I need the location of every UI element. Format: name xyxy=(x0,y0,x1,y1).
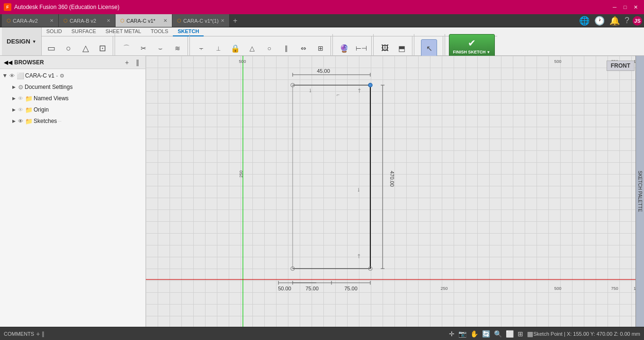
point-icon: ⊡ xyxy=(99,43,106,53)
tree-expand-icon[interactable]: ▶ xyxy=(10,107,17,112)
tree-expand-icon[interactable]: ▶ xyxy=(10,85,17,89)
display-mode-icon[interactable]: ⬜ xyxy=(506,330,514,338)
circle-tool[interactable]: ○ xyxy=(61,39,77,57)
triangle-tool[interactable]: △ xyxy=(78,39,94,57)
camera-icon[interactable]: 📷 xyxy=(458,330,466,338)
grid-icon[interactable]: ⊞ xyxy=(518,330,523,338)
insert-dxf-tool[interactable]: ⬒ xyxy=(394,39,410,57)
origin-folder-icon: 📁 xyxy=(25,106,33,113)
triangle-icon: △ xyxy=(82,43,89,53)
tree-item-origin[interactable]: ▶ 👁 📁 Origin xyxy=(0,104,145,115)
tab-close-btn[interactable]: ✕ xyxy=(163,18,167,23)
tree-expand-icon[interactable]: ▶ xyxy=(10,96,17,101)
arc-tool[interactable]: ⌒ xyxy=(118,39,134,57)
svg-point-7 xyxy=(368,83,372,87)
tree-item-document-settings[interactable]: ▶ ⚙ Document Settings xyxy=(0,81,145,93)
bell-icon[interactable]: 🔔 xyxy=(608,16,621,26)
pattern-tool[interactable]: ⊞ xyxy=(313,39,329,57)
tree-item-dot: • xyxy=(56,74,58,78)
tab-cara-av2[interactable]: ⬡ CARA-Av2 ✕ xyxy=(2,14,59,27)
equal-tool[interactable]: ○ xyxy=(261,39,277,57)
tree-collapse-icon[interactable]: ▶ xyxy=(3,72,8,79)
offset-tool[interactable]: ≋ xyxy=(170,39,186,57)
tree-item-label: Origin xyxy=(34,106,49,113)
visibility-icon[interactable]: 👁 xyxy=(9,73,15,78)
display-settings-icon[interactable]: ▦ xyxy=(527,330,533,338)
tab-tools[interactable]: TOOLS xyxy=(146,27,173,36)
design-dropdown[interactable]: DESIGN ▼ xyxy=(2,27,42,55)
measure-tool[interactable]: 🔮 xyxy=(336,39,352,57)
parallel-icon: ∥ xyxy=(285,44,288,52)
dimension-icon: ⊢⊣ xyxy=(356,44,367,52)
add-browser-item-btn[interactable]: + xyxy=(123,59,131,66)
tree-item-label: Document Settings xyxy=(25,84,72,90)
tree-item-sketches[interactable]: ▶ 👁 📁 Sketches ··· xyxy=(0,115,145,127)
visibility-icon[interactable]: 👁 xyxy=(18,96,23,101)
svg-text:75.00: 75.00 xyxy=(344,286,358,291)
gear-icon[interactable]: ⚙ xyxy=(60,73,64,79)
collapse-browser-btn[interactable]: ‖ xyxy=(133,59,142,66)
tree-item-named-views[interactable]: ▶ 👁 📁 Named Views xyxy=(0,93,145,104)
tree-item-root[interactable]: ▶ 👁 ⬜ CARA-C v1 • ⚙ xyxy=(0,70,145,81)
visibility-icon[interactable]: 👁 xyxy=(18,118,23,124)
zoom-icon[interactable]: 🔍 xyxy=(494,330,502,338)
tab-close-btn[interactable]: ✕ xyxy=(221,18,224,23)
insert-image-tool[interactable]: 🖼 xyxy=(377,39,393,57)
trim-icon: ✂ xyxy=(141,44,146,52)
collapse-comments-btn[interactable]: ‖ xyxy=(42,331,45,337)
tab-sketch[interactable]: SKETCH xyxy=(173,27,204,36)
sketch-palette-tab[interactable]: SKETCH PALETTE xyxy=(635,56,644,327)
canvas-toolbar: ✛ 📷 ✋ 🔄 🔍 ⬜ ⊞ ▦ xyxy=(449,330,533,338)
tangent-icon: △ xyxy=(250,44,255,52)
minimize-button[interactable]: ─ xyxy=(610,2,619,12)
tangent-tool[interactable]: △ xyxy=(244,39,260,57)
collapse-sidebar-icon[interactable]: ◀◀ xyxy=(4,59,12,66)
tab-icon: ⬡ xyxy=(177,18,181,23)
tab-solid[interactable]: SOLID xyxy=(42,27,67,36)
orbit-icon[interactable]: 🔄 xyxy=(482,330,490,338)
tab-surface[interactable]: SURFACE xyxy=(67,27,101,36)
tab-cara-cv1[interactable]: ⬡ CARA-C v1* ✕ xyxy=(116,14,172,27)
tab-label: CARA-Av2 xyxy=(13,18,38,24)
select-tool[interactable]: ↖ xyxy=(421,39,437,57)
pan-icon[interactable]: ✋ xyxy=(470,330,478,338)
network-icon[interactable]: 🌐 xyxy=(578,16,591,26)
finish-sketch-label: FINISH SKETCH ▼ xyxy=(453,50,491,54)
clock-icon[interactable]: 🕐 xyxy=(593,16,606,26)
toolbar-tabs-section: SOLID SURFACE SHEET METAL TOOLS SKETCH ▭… xyxy=(42,27,497,55)
coincident-tool[interactable]: ⟂ xyxy=(210,39,226,57)
parallel-tool[interactable]: ∥ xyxy=(278,39,295,57)
select-icon: ↖ xyxy=(426,44,432,53)
new-tab-button[interactable]: + xyxy=(230,15,241,26)
tab-cara-bv2[interactable]: ⬡ CARA-B v2 ✕ xyxy=(59,14,116,27)
create-buttons: ▭ ○ △ ⊡ xyxy=(44,39,111,57)
extend-tool[interactable]: ⌣ xyxy=(152,39,169,57)
help-icon[interactable]: ? xyxy=(623,16,631,26)
maximize-button[interactable]: □ xyxy=(620,2,630,12)
tab-close-btn[interactable]: ✕ xyxy=(50,18,54,23)
dimension-tool[interactable]: ⊢⊣ xyxy=(353,39,369,57)
close-button[interactable]: ✕ xyxy=(631,2,640,12)
rectangle-icon: ▭ xyxy=(47,43,55,53)
divider5 xyxy=(414,34,414,58)
tab-sheet-metal[interactable]: SHEET METAL xyxy=(101,27,146,36)
move-icon[interactable]: ✛ xyxy=(449,330,455,338)
mirror-tool[interactable]: ⇔ xyxy=(295,39,312,57)
tree-expand-icon[interactable]: ▶ xyxy=(10,119,17,123)
sidebar: ◀◀ BROWSER + ‖ ▶ 👁 ⬜ CARA-C v1 • ⚙ ▶ ⚙ D… xyxy=(0,56,146,327)
lock-tool[interactable]: 🔒 xyxy=(227,39,243,57)
visibility-icon[interactable]: 👁 xyxy=(18,107,23,113)
tab-close-btn[interactable]: ✕ xyxy=(107,18,110,23)
measure-icon: 🔮 xyxy=(340,44,349,53)
fix-tool[interactable]: ⫟ xyxy=(193,39,209,57)
user-avatar[interactable]: JS xyxy=(633,16,642,26)
tab-cara-cv1-1[interactable]: ⬡ CARA-C v1*(1) ✕ xyxy=(172,14,230,27)
finish-sketch-button[interactable]: ✔ FINISH SKETCH ▼ xyxy=(449,34,495,58)
rectangle-tool[interactable]: ▭ xyxy=(44,39,60,57)
trim-tool[interactable]: ✂ xyxy=(135,39,152,57)
title-left: F Autodesk Fusion 360 (Education License… xyxy=(4,3,119,11)
canvas-area[interactable]: ✓ ⌐ ↗ ✓ ↗ 45.00 470.00 50.00 75.00 xyxy=(146,56,644,327)
modify-buttons: ⌒ ✂ ⌣ ≋ xyxy=(118,39,186,57)
point-tool[interactable]: ⊡ xyxy=(95,39,111,57)
add-comment-btn[interactable]: + xyxy=(36,330,40,338)
